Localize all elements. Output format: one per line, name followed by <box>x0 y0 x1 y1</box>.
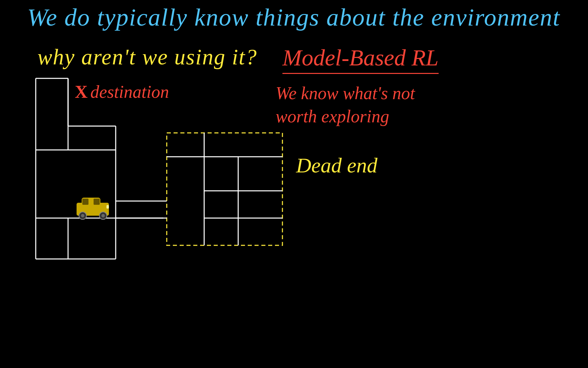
svg-point-24 <box>81 214 84 217</box>
svg-rect-10 <box>167 133 282 245</box>
svg-point-25 <box>101 214 105 217</box>
svg-rect-20 <box>94 199 100 205</box>
connector-road <box>116 201 167 218</box>
dead-end-zone <box>167 133 282 245</box>
svg-rect-21 <box>82 199 88 205</box>
car <box>77 198 109 219</box>
svg-rect-26 <box>107 205 109 209</box>
dead-end-grid <box>167 133 282 245</box>
drawing-layer <box>0 0 588 368</box>
left-maze <box>36 78 163 259</box>
main-canvas: We do typically know things about the en… <box>0 0 588 368</box>
